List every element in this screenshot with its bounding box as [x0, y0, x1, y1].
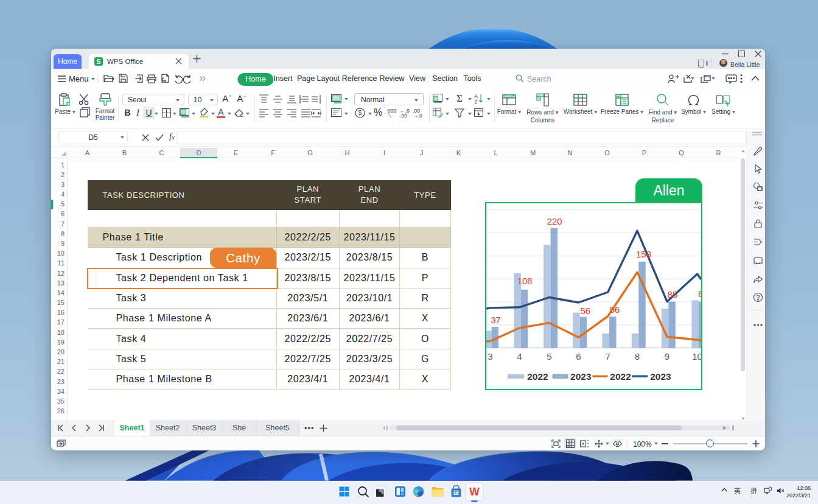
svg-text:3: 3: [488, 351, 492, 362]
svg-text:8: 8: [634, 351, 639, 362]
svg-text:2022: 2022: [527, 371, 548, 382]
svg-text:108: 108: [517, 276, 532, 286]
svg-text:158: 158: [635, 249, 651, 259]
svg-text:37: 37: [491, 315, 501, 325]
svg-text:2022: 2022: [610, 371, 631, 382]
svg-text:6: 6: [576, 351, 581, 362]
svg-text:Z: Z: [474, 99, 477, 104]
svg-text:9: 9: [664, 351, 669, 362]
svg-text:220: 220: [547, 216, 562, 226]
svg-text:56: 56: [609, 304, 620, 315]
svg-text:7: 7: [605, 351, 610, 362]
svg-text:2023: 2023: [650, 371, 671, 382]
svg-text:10: 10: [692, 351, 701, 362]
svg-text:85: 85: [667, 289, 677, 299]
svg-text:4: 4: [517, 351, 522, 362]
svg-text:8: 8: [698, 289, 701, 299]
svg-text:5: 5: [547, 351, 551, 362]
svg-text:2023: 2023: [570, 371, 592, 382]
svg-text:$: $: [358, 110, 362, 116]
svg-text:W: W: [469, 485, 480, 497]
svg-text:56: 56: [580, 306, 590, 316]
